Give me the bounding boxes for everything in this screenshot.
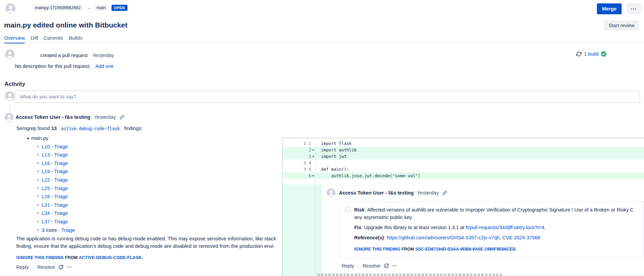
comment-more-button[interactable]: ••• bbox=[67, 265, 72, 269]
reference-link-1[interactable]: https://github.com/advisories/GHSA-5357-… bbox=[387, 235, 500, 240]
ignore-from-text: FROM bbox=[64, 255, 79, 260]
diff-gutter-cell bbox=[311, 166, 315, 172]
finding-triage-link[interactable]: L31 - Triage bbox=[42, 202, 68, 208]
ignore-finding-link[interactable]: IGNORE THIS FINDING bbox=[16, 255, 64, 260]
ignore-period: . bbox=[142, 255, 143, 260]
diff-code-cell bbox=[315, 160, 644, 166]
finding-triage-link[interactable]: L28 - Triage bbox=[42, 194, 68, 199]
created-time: Yesterday bbox=[92, 53, 114, 58]
diff-row: 2+import authlib bbox=[282, 147, 644, 153]
inline-ignore-finding-link[interactable]: IGNORE THIS FINDING bbox=[354, 247, 400, 252]
diff-code-cell: def main(): bbox=[315, 166, 644, 172]
person-icon bbox=[327, 188, 336, 197]
finding-card-body: Risk: Affected versions of authlib are v… bbox=[354, 206, 633, 253]
tab-builds[interactable]: Builds bbox=[69, 35, 82, 43]
finding-triage-link[interactable]: L34 - Triage bbox=[42, 210, 68, 216]
arrow-right-icon: → bbox=[86, 5, 91, 11]
more-findings-item: 3 more - Triage bbox=[42, 226, 75, 235]
clipped-code-row bbox=[317, 274, 502, 276]
finding-list-item: L31 - Triage bbox=[42, 201, 75, 209]
inline-comment-header: Access Token User - f&s testing Yesterda… bbox=[327, 188, 643, 197]
created-text: created a pull request bbox=[40, 53, 87, 58]
merge-button[interactable]: Merge bbox=[597, 3, 622, 14]
diff-row: 3+import jwt bbox=[282, 153, 644, 160]
thread-connector bbox=[9, 104, 10, 113]
add-reaction-icon[interactable] bbox=[58, 264, 64, 270]
diff-gutter-cell bbox=[311, 160, 315, 166]
inline-comment: Access Token User - f&s testing Yesterda… bbox=[322, 184, 644, 275]
findings-list: L10 - TriageL13 - TriageL16 - TriageL19 … bbox=[16, 143, 75, 235]
finding-triage-link[interactable]: L13 - Triage bbox=[42, 152, 68, 158]
pr-tabs: Overview Diff Commits Builds bbox=[4, 35, 82, 43]
inline-comment-more-button[interactable]: ••• bbox=[393, 264, 397, 268]
diff-row: 24 bbox=[282, 160, 644, 166]
finding-triage-link[interactable]: L19 - Triage bbox=[42, 169, 68, 174]
finding-triage-link[interactable]: L37 - Triage bbox=[42, 219, 68, 224]
fix-link[interactable]: ft/pull-requests/34/diff:oetry.lock?t=4 bbox=[466, 225, 544, 230]
builds-link[interactable]: 1 build bbox=[584, 51, 599, 57]
fix-line: Fix: Upgrade this library to at least ve… bbox=[354, 224, 633, 231]
finding-list-item: L19 - Triage bbox=[42, 167, 75, 176]
builds-refresh-icon bbox=[576, 51, 582, 57]
finding-list-item: L16 - Triage bbox=[42, 159, 75, 168]
pull-request-page: mainpy-1719939562682 → main OPEN Merge •… bbox=[0, 0, 644, 276]
pr-author-avatar bbox=[5, 3, 16, 14]
finding-list-item: L25 - Triage bbox=[42, 184, 75, 193]
diff-code-cell: authlib.jose.jwt.decode("some-val") bbox=[315, 172, 644, 179]
inline-reply-button[interactable]: Reply bbox=[342, 263, 354, 269]
inline-ignore-rule-link[interactable]: SSC-ED87184D-D3AA-9DB8-8A0E-1980F9E66CED bbox=[415, 247, 516, 252]
ignore-rule-link[interactable]: ACTIVE-DEBUG-CODE-FLASK bbox=[79, 255, 142, 260]
finding-card: Risk: Affected versions of authlib are v… bbox=[339, 201, 644, 258]
semgrep-summary: Semgrep found 13 active-debug-code-flask… bbox=[16, 126, 143, 131]
tab-diff[interactable]: Diff bbox=[31, 35, 38, 43]
tab-overview[interactable]: Overview bbox=[4, 35, 25, 43]
comment-actions: Reply · Resolve ••• bbox=[16, 264, 72, 270]
diff-gutter-cell: 1 bbox=[306, 140, 311, 147]
person-icon bbox=[5, 3, 16, 14]
finding-checkbox[interactable] bbox=[345, 207, 350, 212]
add-description-link[interactable]: Add one bbox=[95, 63, 114, 69]
more-options-button[interactable]: ••• bbox=[626, 3, 641, 14]
target-branch-lozenge: main bbox=[95, 4, 108, 11]
inline-ignore-line: IGNORE THIS FINDING FROM SSC-ED87184D-D3… bbox=[354, 245, 633, 253]
add-reaction-icon[interactable] bbox=[384, 263, 389, 269]
finding-triage-link[interactable]: L25 - Triage bbox=[42, 186, 68, 191]
risk-label: Risk bbox=[354, 207, 365, 213]
diff-gutter-cell: 6 bbox=[306, 172, 311, 179]
build-success-icon bbox=[601, 51, 606, 57]
diff-row: 35def main(): bbox=[282, 166, 644, 172]
reference-link-2[interactable]: CVE-2024-37568 bbox=[502, 235, 540, 240]
inline-comment-zone: Access Token User - f&s testing Yesterda… bbox=[282, 184, 644, 276]
finding-triage-link[interactable]: L10 - Triage bbox=[42, 144, 68, 149]
pr-state-badge: OPEN bbox=[112, 5, 127, 11]
creator-avatar bbox=[5, 50, 15, 59]
risk-line-1: Risk: Affected versions of authlib are v… bbox=[354, 206, 633, 214]
resolve-button[interactable]: Resolve bbox=[37, 264, 55, 270]
tabs-divider bbox=[0, 42, 644, 43]
finding-triage-link[interactable]: L22 - Triage bbox=[42, 177, 68, 183]
permalink-icon[interactable] bbox=[442, 190, 447, 195]
start-review-button[interactable]: Start review bbox=[604, 20, 639, 31]
references-line: Reference(s): https://github.com/advisor… bbox=[354, 234, 633, 241]
tab-commits[interactable]: Commits bbox=[44, 35, 63, 43]
person-icon bbox=[5, 113, 14, 122]
action-separator: · bbox=[32, 264, 34, 270]
created-line: created a pull request Yesterday bbox=[40, 53, 114, 58]
comment-input[interactable] bbox=[15, 91, 640, 103]
comment-time: Yesterday bbox=[94, 114, 116, 120]
risk-text-1: : Affected versions of authlib are vulne… bbox=[365, 207, 634, 213]
diff-gutter-cell: 5 bbox=[306, 166, 311, 172]
reply-button[interactable]: Reply bbox=[16, 264, 29, 270]
finding-list-item: L13 - Triage bbox=[42, 151, 75, 159]
gutter-separator bbox=[315, 138, 316, 276]
more-findings-triage-link[interactable]: Triage bbox=[61, 227, 75, 233]
inline-comment-author: Access Token User - f&s testing bbox=[339, 190, 414, 196]
finding-triage-link[interactable]: L16 - Triage bbox=[42, 161, 68, 166]
diff-gutter-cell: + bbox=[311, 147, 315, 153]
no-description-text: No description for this pull request. bbox=[15, 63, 90, 69]
finding-list-item: L37 - Triage bbox=[42, 218, 75, 226]
inline-resolve-button[interactable]: Resolve bbox=[363, 263, 380, 269]
source-branch-lozenge: mainpy-1719939562682 bbox=[33, 4, 83, 11]
comment-author: Access Token User - f&s testing bbox=[16, 114, 90, 120]
permalink-icon[interactable] bbox=[120, 115, 124, 119]
